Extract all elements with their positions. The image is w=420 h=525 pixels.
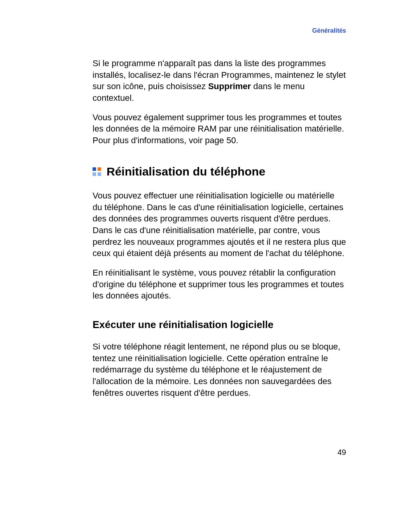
paragraph-3: Vous pouvez effectuer une réinitialisati…: [93, 190, 346, 259]
page-number: 49: [338, 448, 346, 457]
section-heading: Réinitialisation du téléphone: [107, 165, 265, 178]
grid-icon: [93, 167, 101, 176]
svg-rect-0: [93, 167, 96, 171]
svg-rect-2: [93, 172, 96, 176]
paragraph-2: Vous pouvez également supprimer tous les…: [93, 112, 346, 146]
paragraph-1: Si le programme n'apparaît pas dans la l…: [93, 58, 346, 104]
paragraph-5: Si votre téléphone réagit lentement, ne …: [93, 341, 346, 399]
svg-rect-3: [98, 172, 101, 176]
paragraph-4: En réinitialisant le système, vous pouve…: [93, 267, 346, 302]
paragraph-1-bold: Supprimer: [208, 81, 251, 91]
svg-rect-1: [98, 167, 101, 171]
section-heading-container: Réinitialisation du téléphone: [93, 165, 346, 178]
header-category: Généralités: [93, 27, 346, 34]
page-content: Généralités Si le programme n'apparaît p…: [0, 0, 420, 399]
sub-heading: Exécuter une réinitialisation logicielle: [93, 319, 346, 331]
